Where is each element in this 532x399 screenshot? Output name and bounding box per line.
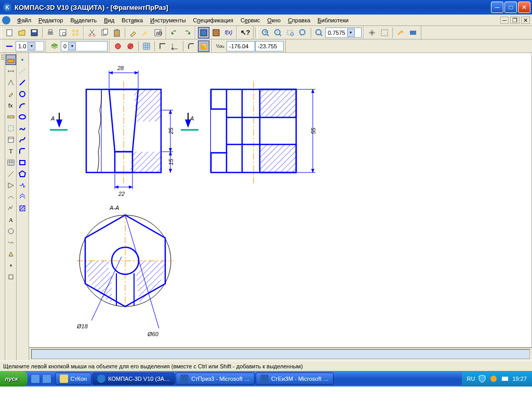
cat-misc2[interactable] bbox=[6, 272, 16, 282]
properties-button[interactable] bbox=[127, 27, 139, 38]
close-button[interactable]: ✕ bbox=[518, 2, 530, 13]
property-bar-inner[interactable] bbox=[31, 349, 530, 359]
cat-designation[interactable] bbox=[6, 77, 16, 88]
ql-desktop-icon[interactable] bbox=[31, 374, 40, 383]
round-button[interactable] bbox=[185, 41, 197, 52]
cmd-round[interactable] bbox=[17, 146, 28, 156]
model-button[interactable] bbox=[198, 27, 209, 38]
refresh-button[interactable] bbox=[407, 27, 419, 38]
menu-edit[interactable]: Редактор bbox=[35, 16, 66, 24]
fx-button[interactable]: f(x) bbox=[223, 27, 234, 38]
cmd-polygon[interactable] bbox=[17, 169, 28, 179]
doc-manager-button[interactable] bbox=[70, 27, 81, 38]
print-button[interactable] bbox=[45, 27, 56, 38]
paste-button[interactable] bbox=[111, 27, 123, 38]
system-tray[interactable]: RU 19:27 bbox=[462, 371, 532, 387]
drawing-canvas[interactable]: А А bbox=[29, 53, 532, 348]
mdi-restore[interactable]: ❐ bbox=[510, 17, 520, 24]
maximize-button[interactable]: □ bbox=[504, 2, 517, 13]
line-style-combo[interactable]: 1.0▾ bbox=[16, 41, 44, 51]
local-cs-button[interactable] bbox=[169, 41, 181, 52]
cat-misc1[interactable] bbox=[6, 260, 16, 271]
help-cursor-button[interactable]: ↖? bbox=[240, 27, 251, 38]
cat-spring[interactable] bbox=[6, 237, 16, 248]
cat-param[interactable]: fx bbox=[6, 100, 16, 111]
redo-button[interactable] bbox=[181, 27, 193, 38]
coord-y-field[interactable]: -23.755 bbox=[255, 41, 284, 51]
cmd-line[interactable] bbox=[17, 77, 28, 88]
cmd-circle[interactable] bbox=[17, 89, 28, 99]
cat-select[interactable] bbox=[6, 123, 16, 134]
zoom-combo[interactable]: 0.7575▾ bbox=[325, 28, 362, 38]
parametric-button[interactable] bbox=[198, 41, 209, 52]
menu-libs[interactable]: Библиотеки bbox=[314, 16, 352, 24]
cat-edit[interactable] bbox=[6, 89, 16, 99]
cmd-aux-line[interactable] bbox=[17, 66, 28, 76]
start-button[interactable]: пуск bbox=[0, 371, 28, 387]
variables-button[interactable]: ab bbox=[152, 27, 164, 38]
zoom-prev-button[interactable] bbox=[297, 27, 309, 38]
cat-surface[interactable] bbox=[6, 192, 16, 202]
save-button[interactable] bbox=[29, 27, 40, 38]
zoom-in-button[interactable]: + bbox=[260, 27, 271, 38]
zoom-dynamic-button[interactable] bbox=[313, 27, 325, 38]
menu-view[interactable]: Вид bbox=[100, 16, 118, 24]
cat-weld[interactable] bbox=[6, 249, 16, 259]
cat-letter[interactable]: A bbox=[6, 215, 16, 225]
cat-axis[interactable] bbox=[6, 169, 16, 179]
menu-tools[interactable]: Инструменты bbox=[147, 16, 190, 24]
cmd-bezier[interactable] bbox=[17, 135, 28, 145]
menu-insert[interactable]: Вставка bbox=[118, 16, 147, 24]
menu-help[interactable]: Справка bbox=[284, 16, 314, 24]
cat-geometry[interactable] bbox=[6, 55, 16, 65]
zoom-window-button[interactable] bbox=[285, 27, 296, 38]
minimize-button[interactable]: ─ bbox=[491, 2, 503, 13]
task-kompas[interactable]: КОМПАС-3D V10 (ЗА… bbox=[92, 373, 175, 385]
cmd-rect[interactable] bbox=[17, 157, 28, 168]
cat-rough[interactable] bbox=[6, 203, 16, 214]
pan-button[interactable] bbox=[366, 27, 378, 38]
cmd-equid[interactable] bbox=[17, 192, 28, 202]
mdi-close[interactable]: ✕ bbox=[521, 17, 530, 24]
zoom-fit-button[interactable] bbox=[379, 27, 390, 38]
mdi-icon[interactable] bbox=[2, 16, 10, 24]
cmd-hatch[interactable] bbox=[17, 203, 28, 214]
task-word1[interactable]: СтПриз3 - Microsoft … bbox=[176, 373, 255, 385]
cat-dimensions[interactable] bbox=[6, 66, 16, 76]
tray-clock[interactable]: 19:27 bbox=[512, 376, 527, 382]
cat-measure[interactable] bbox=[6, 112, 16, 122]
copy-props-button[interactable] bbox=[140, 27, 151, 38]
cat-shaft[interactable] bbox=[6, 226, 16, 236]
cmd-ellipse[interactable] bbox=[17, 112, 28, 122]
cut-button[interactable] bbox=[86, 27, 98, 38]
snap-break-button[interactable] bbox=[125, 41, 136, 52]
libs-button[interactable] bbox=[210, 27, 222, 38]
cmd-collect[interactable] bbox=[17, 180, 28, 191]
grid-button[interactable] bbox=[141, 41, 152, 52]
tray-shield-icon[interactable] bbox=[478, 375, 486, 383]
zoom-out-button[interactable]: - bbox=[272, 27, 284, 38]
tray-icon2[interactable] bbox=[489, 375, 498, 383]
menu-select[interactable]: Выделить bbox=[66, 16, 100, 24]
menu-window[interactable]: Окно bbox=[264, 16, 285, 24]
snap-end-button[interactable] bbox=[112, 41, 124, 52]
layer-combo[interactable]: 0▾ bbox=[61, 41, 108, 51]
cat-view[interactable] bbox=[6, 180, 16, 191]
mdi-minimize[interactable]: ─ bbox=[500, 17, 509, 24]
menu-file[interactable]: Файл bbox=[14, 16, 35, 24]
cat-table[interactable] bbox=[6, 157, 16, 168]
task-word2[interactable]: СтЕиЗМ - Microsoft … bbox=[256, 373, 334, 385]
ortho-button[interactable] bbox=[157, 41, 168, 52]
tray-lang[interactable]: RU bbox=[467, 376, 475, 382]
new-button[interactable] bbox=[4, 27, 15, 38]
copy-button[interactable] bbox=[99, 27, 110, 38]
cmd-point[interactable] bbox=[17, 55, 28, 65]
panel-drag-strip[interactable] bbox=[0, 53, 5, 361]
open-button[interactable] bbox=[16, 27, 28, 38]
cmd-spline[interactable] bbox=[17, 123, 28, 134]
cat-text[interactable]: T bbox=[6, 146, 16, 156]
cat-spec[interactable] bbox=[6, 135, 16, 145]
task-folder[interactable]: СтКон bbox=[55, 373, 92, 385]
tray-icon3[interactable] bbox=[501, 375, 509, 383]
preview-button[interactable] bbox=[57, 27, 69, 38]
